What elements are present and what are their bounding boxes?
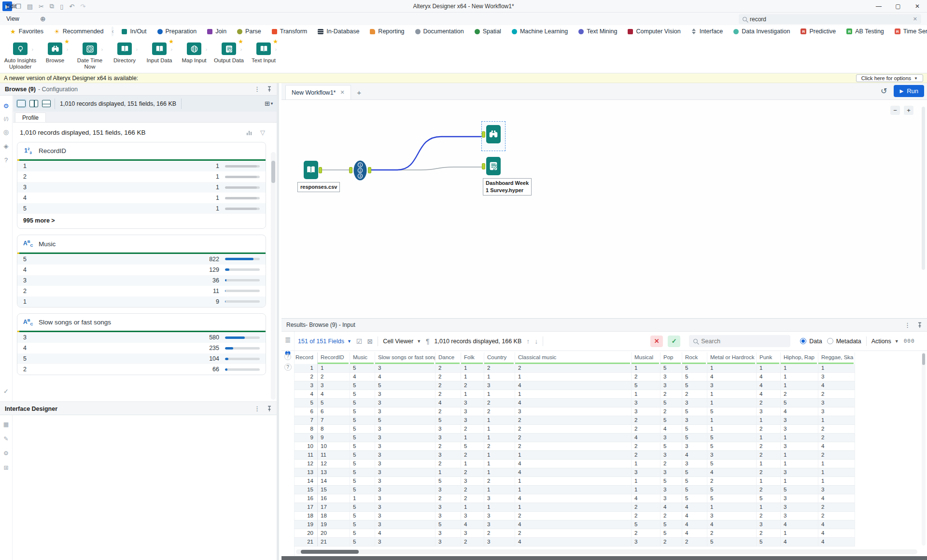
column-header-record[interactable]: Record (295, 352, 318, 364)
config-menu-icon[interactable]: ⋮ (254, 85, 260, 93)
table-cell[interactable]: 3 (781, 416, 818, 425)
workflow-tab[interactable]: New Workflow1* ✕ (285, 85, 351, 99)
table-cell[interactable]: 18 (318, 512, 350, 520)
table-cell[interactable]: 5 (350, 520, 375, 529)
table-cell[interactable]: 5 (707, 486, 757, 494)
table-cell[interactable]: 2 (515, 425, 632, 434)
table-cell[interactable]: 1 (484, 503, 515, 512)
table-cell[interactable]: 5 (350, 434, 375, 442)
column-header-musical[interactable]: Musical (632, 352, 660, 364)
table-cell[interactable]: 5 (757, 538, 781, 546)
table-cell[interactable]: 2 (757, 399, 781, 407)
table-cell[interactable]: 2 (435, 390, 461, 399)
global-search-box[interactable]: ✕ (739, 14, 921, 24)
table-cell[interactable]: 5 (660, 399, 682, 407)
table-cell[interactable]: 5 (660, 442, 682, 451)
xml-view-icon[interactable]: ⟨/⟩ (3, 116, 9, 122)
table-cell[interactable]: 1 (484, 434, 515, 442)
table-cell[interactable]: 5 (350, 486, 375, 494)
table-cell[interactable]: 3 (660, 434, 682, 442)
table-cell[interactable]: 2 (660, 407, 682, 416)
table-cell[interactable]: 2 (461, 538, 484, 546)
table-cell[interactable]: 6 (318, 407, 350, 416)
results-search-box[interactable] (689, 335, 790, 347)
table-cell[interactable]: 2 (435, 381, 461, 390)
table-cell[interactable]: 1 (781, 529, 818, 538)
table-cell[interactable]: 3 (781, 442, 818, 451)
table-cell[interactable]: 4 (682, 529, 707, 538)
table-cell[interactable]: 1 (781, 451, 818, 460)
palette-tool-text-input[interactable]: ★›Text Input (246, 41, 281, 73)
table-cell[interactable]: 4 (682, 512, 707, 520)
table-cell[interactable]: 3 (632, 468, 660, 477)
table-cell[interactable]: 1 (757, 477, 781, 486)
table-cell[interactable]: 2 (515, 442, 632, 451)
help-icon[interactable]: ? (284, 364, 292, 371)
column-header-rock[interactable]: Rock (682, 352, 707, 364)
table-cell[interactable]: 4 (515, 494, 632, 503)
table-cell[interactable]: 3 (435, 512, 461, 520)
table-cell[interactable]: 5 (707, 460, 757, 468)
table-cell[interactable]: 5 (781, 486, 818, 494)
more-values-link[interactable]: 995 more > (17, 214, 266, 228)
table-cell[interactable]: 3 (682, 399, 707, 407)
workflow-history-icon[interactable]: ↺ (881, 86, 887, 96)
table-cell[interactable]: 3 (781, 512, 818, 520)
table-cell[interactable]: 1 (515, 503, 632, 512)
table-cell[interactable]: 2 (461, 486, 484, 494)
table-cell[interactable]: 12 (295, 460, 318, 468)
table-cell[interactable]: 1 (632, 390, 660, 399)
table-cell[interactable]: 2 (484, 529, 515, 538)
table-cell[interactable]: 2 (632, 512, 660, 520)
table-cell[interactable]: 1 (707, 503, 757, 512)
table-cell[interactable]: 3 (660, 381, 682, 390)
table-cell[interactable]: 2 (632, 373, 660, 381)
table-cell[interactable]: 3 (435, 529, 461, 538)
table-cell[interactable]: 1 (707, 364, 757, 373)
table-cell[interactable]: 1 (484, 416, 515, 425)
profile-value-row[interactable]: 266 (17, 364, 266, 375)
table-cell[interactable]: 4 (707, 373, 757, 381)
table-cell[interactable]: 1 (461, 364, 484, 373)
table-cell[interactable]: 5 (350, 381, 375, 390)
table-cell[interactable]: 3 (375, 460, 435, 468)
close-button[interactable]: ✕ (908, 0, 927, 13)
table-cell[interactable]: 3 (461, 407, 484, 416)
table-cell[interactable]: 2 (318, 373, 350, 381)
table-row[interactable]: 14145353211552111 (295, 477, 855, 486)
table-cell[interactable]: 1 (484, 451, 515, 460)
table-cell[interactable]: 3 (461, 529, 484, 538)
table-cell[interactable]: 1 (515, 486, 632, 494)
palette-tool-date-time-now[interactable]: ›Date Time Now (72, 41, 107, 73)
table-cell[interactable]: 3 (660, 494, 682, 503)
table-cell[interactable]: 1 (757, 434, 781, 442)
table-cell[interactable]: 1 (707, 399, 757, 407)
table-cell[interactable]: 3 (435, 503, 461, 512)
table-cell[interactable]: 6 (295, 407, 318, 416)
table-cell[interactable]: 1 (515, 451, 632, 460)
table-cell[interactable]: 4 (660, 503, 682, 512)
category-tab-in-out[interactable]: In/Out (116, 25, 152, 38)
category-tab-text-mining[interactable]: Text Mining (573, 25, 622, 38)
category-tab-reporting[interactable]: Reporting (365, 25, 409, 38)
table-cell[interactable]: 4 (818, 520, 855, 529)
clear-search-icon[interactable]: ✕ (913, 16, 917, 22)
chart-view-icon[interactable] (247, 130, 252, 135)
table-cell[interactable]: 5 (632, 520, 660, 529)
table-cell[interactable]: 2 (818, 503, 855, 512)
table-cell[interactable]: 2 (484, 364, 515, 373)
table-cell[interactable]: 12 (318, 460, 350, 468)
table-cell[interactable]: 5 (660, 529, 682, 538)
palette-tool-auto-insights-uploader[interactable]: ›Auto Insights Uploader (3, 41, 38, 73)
table-cell[interactable]: 2 (660, 512, 682, 520)
close-workflow-icon[interactable]: ✕ (340, 89, 344, 96)
table-cell[interactable]: 4 (682, 451, 707, 460)
table-row[interactable]: 13135312143354231 (295, 468, 855, 477)
table-cell[interactable]: 1 (781, 364, 818, 373)
table-cell[interactable]: 3 (375, 434, 435, 442)
table-cell[interactable]: 1 (461, 373, 484, 381)
table-cell[interactable]: 2 (435, 364, 461, 373)
record-id-node[interactable]: 1 2 3 (353, 160, 367, 182)
table-cell[interactable]: 2 (757, 512, 781, 520)
results-menu-icon[interactable]: ⋮ (904, 322, 911, 329)
